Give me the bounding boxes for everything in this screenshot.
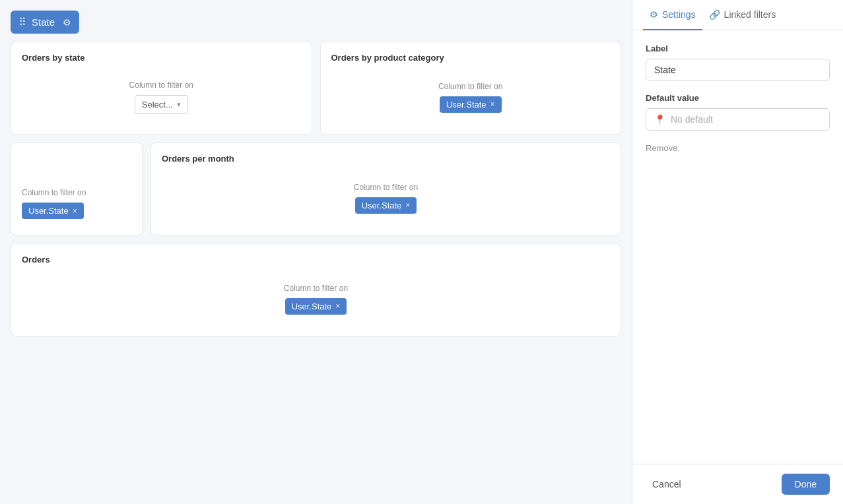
middle-cards-row: Column to filter on User.State × Orders … <box>11 142 621 236</box>
column-select-dropdown[interactable]: Select... ▾ <box>135 95 188 114</box>
settings-tab-label: Settings <box>662 9 696 20</box>
user-state-badge-small-text: User.State <box>28 206 69 216</box>
settings-content: Label Default value 📍 No default Remove <box>632 30 843 464</box>
orders-title: Orders <box>22 255 610 265</box>
settings-tab-icon: ⚙ <box>650 9 658 20</box>
orders-per-month-card: Orders per month Column to filter on Use… <box>151 142 621 236</box>
remove-link[interactable]: Remove <box>646 143 677 153</box>
orders-small-card: Column to filter on User.State × <box>11 142 143 236</box>
orders-card: Orders Column to filter on User.State × <box>11 243 621 336</box>
default-value-field-group: Default value 📍 No default <box>646 93 830 131</box>
top-cards-row: Orders by state Column to filter on Sele… <box>11 42 621 135</box>
orders-per-month-filter-label: Column to filter on <box>354 183 418 192</box>
location-icon: 📍 <box>654 114 665 125</box>
orders-by-state-title: Orders by state <box>22 53 301 63</box>
linked-filters-tab-icon: 🔗 <box>709 9 720 20</box>
orders-by-state-card: Orders by state Column to filter on Sele… <box>11 42 312 135</box>
no-default-dropdown[interactable]: 📍 No default <box>646 108 830 131</box>
user-state-badge-month-text: User.State <box>362 201 402 210</box>
orders-by-product-body: Column to filter on User.State × <box>331 71 611 123</box>
user-state-badge-small[interactable]: User.State × <box>22 203 84 219</box>
filter-bar-label: State <box>32 16 55 28</box>
orders-per-month-title: Orders per month <box>162 154 610 164</box>
orders-by-state-body: Column to filter on Select... ▾ <box>22 71 301 123</box>
tab-settings[interactable]: ⚙ Settings <box>643 0 702 30</box>
orders-body: Column to filter on User.State × <box>22 272 610 325</box>
done-button[interactable]: Done <box>782 474 830 495</box>
chevron-down-icon: ▾ <box>177 100 181 109</box>
user-state-badge-month[interactable]: User.State × <box>355 197 417 214</box>
orders-by-product-filter-label: Column to filter on <box>438 82 502 91</box>
user-state-badge-orders-text: User.State <box>292 301 332 311</box>
label-field-group: Label <box>646 44 830 81</box>
cancel-button[interactable]: Cancel <box>646 475 688 493</box>
no-default-text: No default <box>671 114 713 125</box>
right-tabs: ⚙ Settings 🔗 Linked filters <box>632 0 843 30</box>
remove-badge-product-icon[interactable]: × <box>490 100 495 108</box>
orders-per-month-body: Column to filter on User.State × <box>162 172 610 224</box>
orders-small-body: Column to filter on User.State × <box>22 154 131 224</box>
remove-badge-month-icon[interactable]: × <box>405 201 410 209</box>
left-panel: ⠿ State ⚙ Orders by state Column to filt… <box>0 0 632 504</box>
gear-icon[interactable]: ⚙ <box>63 17 71 28</box>
orders-by-product-title: Orders by product category <box>331 53 611 63</box>
linked-filters-tab-label: Linked filters <box>724 9 776 20</box>
user-state-badge-product[interactable]: User.State × <box>440 96 502 113</box>
remove-badge-small-icon[interactable]: × <box>73 207 77 215</box>
remove-badge-orders-icon[interactable]: × <box>335 302 340 310</box>
remove-section: Remove <box>646 142 830 153</box>
default-value-label: Default value <box>646 93 830 103</box>
user-state-badge-orders[interactable]: User.State × <box>285 298 347 315</box>
tab-linked-filters[interactable]: 🔗 Linked filters <box>702 0 783 30</box>
drag-handle-icon[interactable]: ⠿ <box>18 16 26 28</box>
filter-bar[interactable]: ⠿ State ⚙ <box>11 11 79 34</box>
select-placeholder: Select... <box>142 100 173 110</box>
orders-small-filter-label: Column to filter on <box>22 188 86 197</box>
user-state-badge-product-text: User.State <box>446 100 487 110</box>
label-field-label: Label <box>646 44 830 53</box>
orders-by-product-card: Orders by product category Column to fil… <box>320 42 622 135</box>
orders-by-state-filter-label: Column to filter on <box>129 80 193 90</box>
orders-filter-label: Column to filter on <box>284 284 348 293</box>
right-footer: Cancel Done <box>632 464 843 504</box>
label-input[interactable] <box>646 59 830 81</box>
right-panel: ⚙ Settings 🔗 Linked filters Label Defaul… <box>632 0 843 504</box>
